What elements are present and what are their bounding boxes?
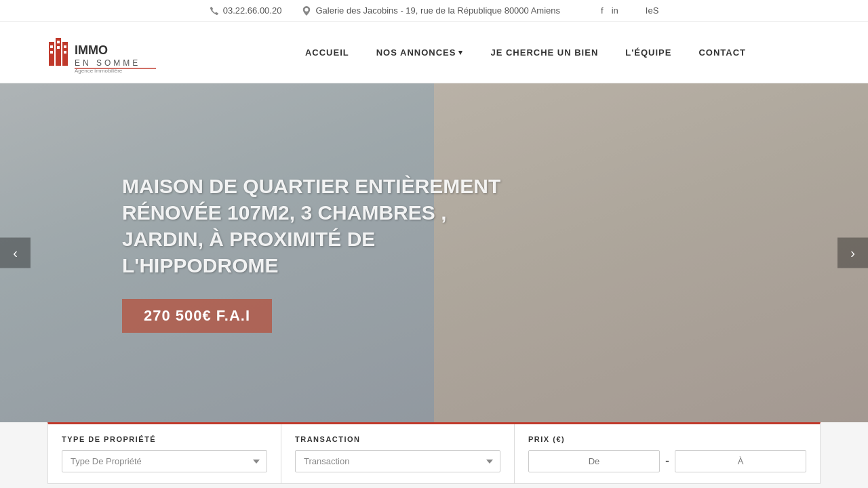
nav-contact[interactable]: CONTACT xyxy=(685,41,760,64)
location-icon xyxy=(302,6,311,16)
top-bar: 03.22.66.00.20 Galerie des Jacobins - 19… xyxy=(0,0,868,22)
property-type-select[interactable]: Type De Propriété Maison Appartement Ter… xyxy=(62,450,267,472)
transaction-section: TRANSACTION Transaction Vente Location xyxy=(281,424,515,483)
main-nav: ACCUEIL NOS ANNONCES JE CHERCHE UN BIEN … xyxy=(224,41,827,64)
hero-prev-button[interactable]: ‹ xyxy=(0,238,31,268)
hero-price: 270 500€ F.A.I xyxy=(122,299,272,333)
property-type-label: TYPE DE PROPRIÉTÉ xyxy=(62,435,267,443)
svg-rect-7 xyxy=(64,45,66,48)
hero-title: MAISON DE QUARTIER ENTIÈREMENT RÉNOVÉE 1… xyxy=(122,173,502,279)
phone-item: 03.22.66.00.20 xyxy=(210,5,282,16)
svg-rect-4 xyxy=(50,51,53,54)
price-label: PRIX (€) xyxy=(528,435,806,443)
svg-text:IMMO: IMMO xyxy=(75,43,108,57)
nav-accueil[interactable]: ACCUEIL xyxy=(292,41,363,64)
price-min-input[interactable] xyxy=(528,450,660,472)
transaction-label: TRANSACTION xyxy=(295,435,500,443)
svg-rect-8 xyxy=(64,51,66,54)
price-max-input[interactable] xyxy=(675,450,806,472)
svg-rect-5 xyxy=(57,41,60,43)
ies-label: IeS xyxy=(646,5,659,16)
svg-rect-3 xyxy=(50,45,53,48)
svg-rect-6 xyxy=(57,46,60,49)
address-item: Galerie des Jacobins - 19, rue de la Rép… xyxy=(302,5,560,16)
search-bar-wrapper: TYPE DE PROPRIÉTÉ Type De Propriété Mais… xyxy=(0,422,868,488)
logo-svg: IMMO EN SOMME Agence immobilière xyxy=(41,28,176,76)
nav-equipe[interactable]: L'ÉQUIPE xyxy=(612,41,685,64)
top-bar-contact-info: 03.22.66.00.20 Galerie des Jacobins - 19… xyxy=(210,5,560,16)
instagram-link[interactable]: in xyxy=(612,5,618,16)
address-text: Galerie des Jacobins - 19, rue de la Rép… xyxy=(315,5,560,16)
property-type-section: TYPE DE PROPRIÉTÉ Type De Propriété Mais… xyxy=(48,424,281,483)
nav-cherche[interactable]: JE CHERCHE UN BIEN xyxy=(477,41,612,64)
price-section: PRIX (€) - xyxy=(515,424,820,483)
logo[interactable]: IMMO EN SOMME Agence immobilière xyxy=(41,28,176,76)
phone-number: 03.22.66.00.20 xyxy=(223,5,282,16)
price-range: - xyxy=(528,450,806,472)
hero-next-button[interactable]: › xyxy=(837,238,868,268)
svg-rect-12 xyxy=(75,68,156,69)
social-links: f in xyxy=(601,5,618,16)
search-bar: TYPE DE PROPRIÉTÉ Type De Propriété Mais… xyxy=(47,422,821,484)
hero-content: MAISON DE QUARTIER ENTIÈREMENT RÉNOVÉE 1… xyxy=(122,173,502,333)
phone-icon xyxy=(210,6,219,16)
nav-annonces[interactable]: NOS ANNONCES xyxy=(363,41,477,64)
header: IMMO EN SOMME Agence immobilière ACCUEIL… xyxy=(0,22,868,83)
svg-text:EN SOMME: EN SOMME xyxy=(75,58,140,68)
facebook-link[interactable]: f xyxy=(601,5,604,16)
hero-section: MAISON DE QUARTIER ENTIÈREMENT RÉNOVÉE 1… xyxy=(0,83,868,422)
transaction-select[interactable]: Transaction Vente Location xyxy=(295,450,500,472)
price-separator: - xyxy=(665,454,669,468)
